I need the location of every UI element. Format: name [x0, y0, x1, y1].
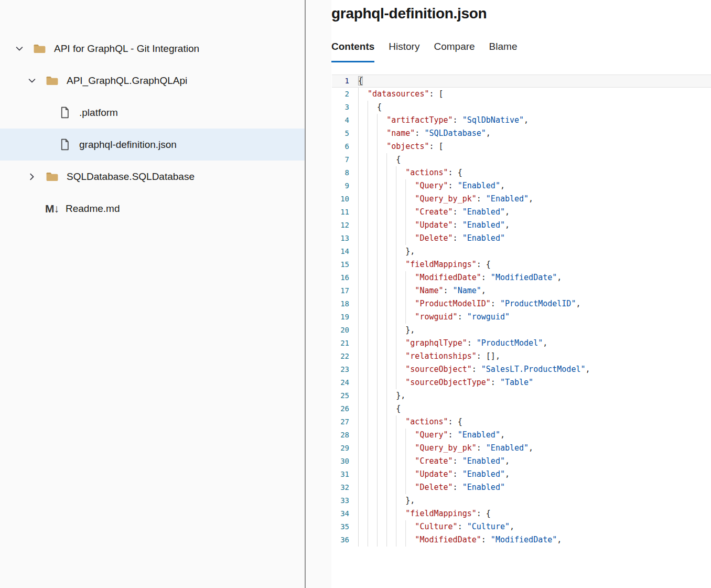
- line-number: 33: [332, 494, 358, 507]
- code-line[interactable]: 12"Update": "Enabled",: [332, 219, 711, 232]
- code-line[interactable]: 26{: [332, 402, 711, 415]
- code-line[interactable]: 16"ModifiedDate": "ModifiedDate",: [332, 271, 711, 284]
- code-line[interactable]: 20},: [332, 324, 711, 337]
- code-line[interactable]: 14},: [332, 245, 711, 258]
- line-number: 13: [332, 232, 358, 245]
- line-number: 23: [332, 363, 358, 376]
- code-line[interactable]: 23"sourceObject": "SalesLT.ProductModel"…: [332, 363, 711, 376]
- code-tokens: "Query": "Enabled",: [415, 429, 505, 442]
- chevron-down-icon[interactable]: [14, 43, 25, 55]
- code-line[interactable]: 21"graphqlType": "ProductModel",: [332, 337, 711, 350]
- line-number: 31: [332, 468, 358, 481]
- code-line[interactable]: 1{: [332, 74, 711, 88]
- code-tokens: "name": "SQLDatabase",: [386, 127, 491, 140]
- line-number: 12: [332, 219, 358, 232]
- code-line[interactable]: 7{: [332, 153, 711, 166]
- code-line[interactable]: 5"name": "SQLDatabase",: [332, 127, 711, 140]
- tree-item-sqldatabase-folder[interactable]: SQLDatabase.SQLDatabase: [0, 161, 305, 193]
- code-line[interactable]: 28"Query": "Enabled",: [332, 429, 711, 442]
- line-number: 22: [332, 350, 358, 363]
- line-number: 20: [332, 324, 358, 337]
- indent-guides: [358, 311, 415, 324]
- indent-guides: [358, 455, 415, 468]
- file-content-panel: graphql-definition.json Contents History…: [331, 0, 711, 588]
- line-number: 1: [332, 74, 358, 88]
- code-line[interactable]: 13"Delete": "Enabled": [332, 232, 711, 245]
- indent-guides: [358, 520, 415, 533]
- line-number: 17: [332, 284, 358, 297]
- indent-guides: [358, 166, 405, 179]
- code-tokens: "Update": "Enabled",: [415, 219, 510, 232]
- code-line[interactable]: 3{: [332, 101, 711, 114]
- code-line[interactable]: 4"artifactType": "SqlDbNative",: [332, 114, 711, 127]
- code-tokens: "Query": "Enabled",: [415, 179, 505, 193]
- line-number: 14: [332, 245, 358, 258]
- line-number: 11: [332, 206, 358, 219]
- tree-item-label: graphql-definition.json: [79, 139, 177, 151]
- code-tokens: {: [396, 402, 401, 415]
- chevron-down-icon[interactable]: [26, 75, 38, 87]
- indent-guides: [358, 271, 415, 284]
- indent-guides: [358, 363, 405, 376]
- code-line[interactable]: 17"Name": "Name",: [332, 284, 711, 297]
- code-line[interactable]: 22"relationships": [],: [332, 350, 711, 363]
- tab-bar: Contents History Compare Blame: [331, 41, 711, 62]
- code-tokens: "Delete": "Enabled": [415, 232, 505, 245]
- indent-guides: [358, 350, 405, 363]
- indent-guides: [358, 179, 415, 193]
- tree-item-graphql-definition-file[interactable]: graphql-definition.json: [0, 129, 305, 161]
- code-line[interactable]: 8"actions": {: [332, 166, 711, 179]
- indent-guides: [358, 258, 405, 271]
- code-line[interactable]: 33},: [332, 494, 711, 507]
- line-number: 10: [332, 193, 358, 206]
- code-editor[interactable]: 1{2"datasources": [3{4"artifactType": "S…: [332, 74, 711, 588]
- code-line[interactable]: 2"datasources": [: [332, 88, 711, 101]
- indent-guides: [358, 415, 405, 429]
- code-line[interactable]: 36"ModifiedDate": "ModifiedDate",: [332, 533, 711, 547]
- code-line[interactable]: 30"Create": "Enabled",: [332, 455, 711, 468]
- tree-item-graphqlapi-folder[interactable]: API_GraphQL.GraphQLApi: [0, 65, 305, 97]
- code-line[interactable]: 6"objects": [: [332, 140, 711, 153]
- code-line[interactable]: 9"Query": "Enabled",: [332, 179, 711, 193]
- indent-guides: [358, 481, 415, 494]
- code-tokens: "ProductModelID": "ProductModelID",: [415, 297, 580, 311]
- chevron-right-icon[interactable]: [26, 171, 38, 183]
- line-number: 19: [332, 311, 358, 324]
- code-line[interactable]: 10"Query_by_pk": "Enabled",: [332, 193, 711, 206]
- code-line[interactable]: 32"Delete": "Enabled": [332, 481, 711, 494]
- code-line[interactable]: 25},: [332, 389, 711, 402]
- indent-guides: [358, 429, 415, 442]
- indent-guides: [358, 337, 405, 350]
- code-line[interactable]: 34"fieldMappings": {: [332, 507, 711, 520]
- code-line[interactable]: 11"Create": "Enabled",: [332, 206, 711, 219]
- line-number: 24: [332, 376, 358, 389]
- code-line[interactable]: 15"fieldMappings": {: [332, 258, 711, 271]
- code-line[interactable]: 18"ProductModelID": "ProductModelID",: [332, 297, 711, 311]
- line-number: 25: [332, 389, 358, 402]
- file-icon: [58, 106, 71, 119]
- code-tokens: "Update": "Enabled",: [415, 468, 510, 481]
- code-line[interactable]: 31"Update": "Enabled",: [332, 468, 711, 481]
- code-line[interactable]: 35"Culture": "Culture",: [332, 520, 711, 533]
- code-line[interactable]: 27"actions": {: [332, 415, 711, 429]
- indent-guides: [358, 442, 415, 455]
- code-line[interactable]: 29"Query_by_pk": "Enabled",: [332, 442, 711, 455]
- tree-item-readme-file[interactable]: M↓ Readme.md: [0, 193, 305, 224]
- tab-history[interactable]: History: [389, 41, 419, 62]
- line-number: 29: [332, 442, 358, 455]
- code-tokens: "artifactType": "SqlDbNative",: [386, 114, 529, 127]
- code-tokens: "datasources": [: [368, 88, 444, 101]
- line-number: 15: [332, 258, 358, 271]
- code-tokens: "rowguid": "rowguid": [415, 311, 510, 324]
- tree-item-label: Readme.md: [66, 203, 120, 215]
- tree-item-platform-file[interactable]: .platform: [0, 97, 305, 129]
- tab-blame[interactable]: Blame: [489, 41, 518, 62]
- tree-item-label: SQLDatabase.SQLDatabase: [67, 171, 195, 183]
- tab-contents[interactable]: Contents: [331, 41, 374, 62]
- tree-item-label: API_GraphQL.GraphQLApi: [67, 75, 187, 87]
- code-line[interactable]: 24"sourceObjectType": "Table": [332, 376, 711, 389]
- tab-compare[interactable]: Compare: [434, 41, 475, 62]
- indent-guides: [358, 494, 405, 507]
- code-line[interactable]: 19"rowguid": "rowguid": [332, 311, 711, 324]
- tree-item-repo-root[interactable]: API for GraphQL - Git Integration: [0, 33, 305, 65]
